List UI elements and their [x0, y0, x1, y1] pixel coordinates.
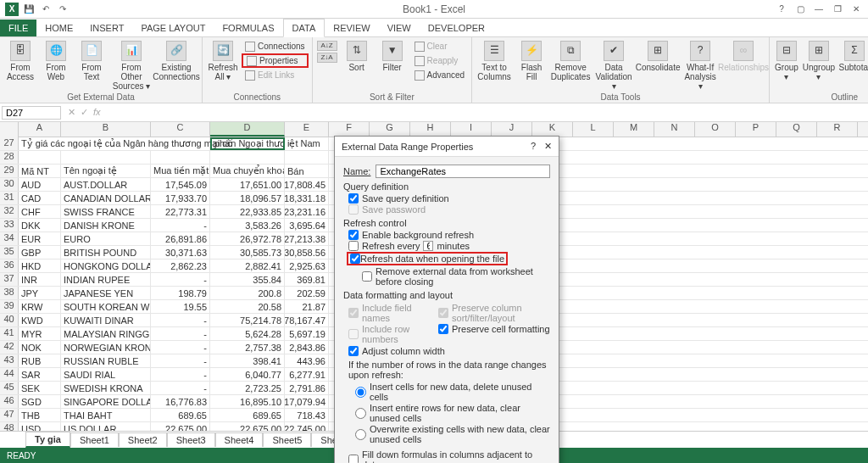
redo-icon[interactable]: ↷: [56, 3, 70, 16]
name-box[interactable]: [2, 106, 61, 120]
save-icon[interactable]: 💾: [22, 3, 36, 16]
cancel-fx-icon[interactable]: ✕: [68, 107, 75, 118]
minimize-icon[interactable]: —: [812, 3, 826, 16]
ifnum-label: If the number of rows in the data range …: [348, 360, 550, 380]
sheet-tab[interactable]: Sheet1: [70, 432, 119, 447]
insert-rows-radio[interactable]: [355, 408, 366, 419]
enter-fx-icon[interactable]: ✓: [81, 107, 88, 118]
remove-data-checkbox[interactable]: [362, 271, 372, 282]
refresh-all-button[interactable]: 🔄Refresh All ▾: [206, 39, 240, 83]
sort-az-button[interactable]: A↓ZZ↓A: [316, 39, 338, 66]
enable-bg-checkbox[interactable]: [348, 230, 359, 240]
external-data-properties-dialog: External Data Range Properties ?✕ Name: …: [334, 136, 559, 463]
dialog-help-icon[interactable]: ?: [531, 141, 536, 151]
ribbon-options-icon[interactable]: ▢: [793, 3, 807, 16]
sheet-tab[interactable]: Sheet5: [263, 432, 311, 447]
include-field-checkbox: [348, 308, 359, 318]
dialog-close-icon[interactable]: ✕: [544, 141, 552, 151]
tab-developer[interactable]: DEVELOPER: [420, 20, 493, 36]
from-web-button[interactable]: 🌐From Web: [39, 39, 73, 83]
insert-cells-radio[interactable]: [355, 387, 366, 398]
tab-data[interactable]: DATA: [283, 19, 326, 37]
remove-dup-button[interactable]: ⧉Remove Duplicates: [550, 39, 591, 83]
group-label-outline: Outline: [773, 92, 868, 103]
preserve-col-checkbox: [438, 308, 448, 318]
sheet-tab[interactable]: Sheet4: [215, 432, 264, 447]
window-title: Book1 - Excel: [0, 3, 868, 15]
save-query-checkbox[interactable]: [348, 193, 359, 204]
sheet-tab[interactable]: Ty gia: [25, 432, 70, 448]
sort-button[interactable]: ⇅Sort: [340, 39, 374, 74]
help-icon[interactable]: ?: [775, 3, 788, 16]
existing-conn-button[interactable]: 🔗Existing Connections: [154, 39, 198, 83]
status-text: READY: [7, 451, 36, 460]
tab-review[interactable]: REVIEW: [325, 20, 378, 36]
preserve-cell-checkbox[interactable]: [438, 324, 448, 334]
sheet-tab[interactable]: Sheet2: [119, 432, 167, 447]
edit-links-button[interactable]: Edit Links: [242, 68, 309, 82]
connections-button[interactable]: Connections: [242, 39, 309, 53]
flash-fill-button[interactable]: ⚡Flash Fill: [515, 39, 548, 83]
refresh-control-section: Refresh control: [343, 218, 550, 228]
name-input[interactable]: [376, 165, 550, 178]
consolidate-button[interactable]: ⊞Consolidate: [637, 39, 679, 74]
query-def-section: Query definition: [343, 181, 550, 192]
formula-bar: ✕✓fx: [0, 103, 868, 122]
advanced-button[interactable]: Advanced: [411, 68, 468, 82]
sheet-tab[interactable]: Sheet3: [167, 432, 215, 447]
reapply-button[interactable]: Reapply: [411, 53, 468, 68]
filter-button[interactable]: ▼Filter: [376, 39, 409, 74]
tab-insert[interactable]: INSERT: [81, 20, 132, 36]
fx-icon[interactable]: fx: [93, 107, 101, 118]
from-other-button[interactable]: 📊From Other Sources ▾: [110, 39, 153, 92]
tab-file[interactable]: FILE: [0, 20, 36, 36]
properties-button[interactable]: Properties: [242, 53, 309, 68]
title-bar: X 💾 ↶ ↷ Book1 - Excel ? ▢ — ❐ ✕: [0, 0, 868, 19]
group-label-conn: Connections: [206, 92, 309, 103]
include-row-checkbox: [348, 329, 359, 339]
excel-icon: X: [5, 3, 19, 16]
data-format-section: Data formatting and layout: [343, 290, 550, 300]
dialog-title: External Data Range Properties: [342, 142, 473, 152]
relationships-button: ∞Relationships: [721, 39, 765, 74]
tab-formulas[interactable]: FORMULAS: [214, 20, 282, 36]
overwrite-radio[interactable]: [355, 429, 366, 440]
minutes-input[interactable]: [423, 241, 433, 251]
group-label-sortfilter: Sort & Filter: [316, 92, 468, 103]
tab-home[interactable]: HOME: [36, 20, 81, 36]
group-label-external: Get External Data: [3, 92, 198, 103]
undo-icon[interactable]: ↶: [39, 3, 53, 16]
tab-view[interactable]: VIEW: [379, 20, 420, 36]
refresh-on-open-checkbox[interactable]: [350, 254, 360, 264]
whatif-button[interactable]: ?What-If Analysis ▾: [681, 39, 720, 92]
adjust-width-checkbox[interactable]: [348, 346, 359, 356]
from-text-button[interactable]: 📄From Text: [75, 39, 108, 83]
clear-button[interactable]: Clear: [411, 39, 468, 53]
fill-down-checkbox[interactable]: [348, 455, 359, 463]
group-button[interactable]: ⊟Group ▾: [773, 39, 800, 83]
save-password-checkbox: [348, 204, 359, 215]
text-to-columns-button[interactable]: ☰Text to Columns: [476, 39, 513, 83]
subtotal-button[interactable]: ΣSubtotal: [837, 39, 868, 74]
tab-pagelayout[interactable]: PAGE LAYOUT: [132, 20, 214, 36]
ungroup-button[interactable]: ⊞Ungroup ▾: [802, 39, 836, 83]
data-validation-button[interactable]: ✔Data Validation ▾: [593, 39, 635, 92]
refresh-every-checkbox[interactable]: [348, 241, 359, 251]
name-label: Name:: [343, 166, 370, 176]
ribbon: 🗄From Access 🌐From Web 📄From Text 📊From …: [0, 37, 868, 103]
from-access-button[interactable]: 🗄From Access: [3, 39, 37, 83]
close-icon[interactable]: ✕: [849, 3, 863, 16]
maximize-icon[interactable]: ❐: [831, 3, 844, 16]
group-label-datatools: Data Tools: [476, 92, 765, 103]
ribbon-tabs: FILE HOME INSERT PAGE LAYOUT FORMULAS DA…: [0, 19, 868, 37]
